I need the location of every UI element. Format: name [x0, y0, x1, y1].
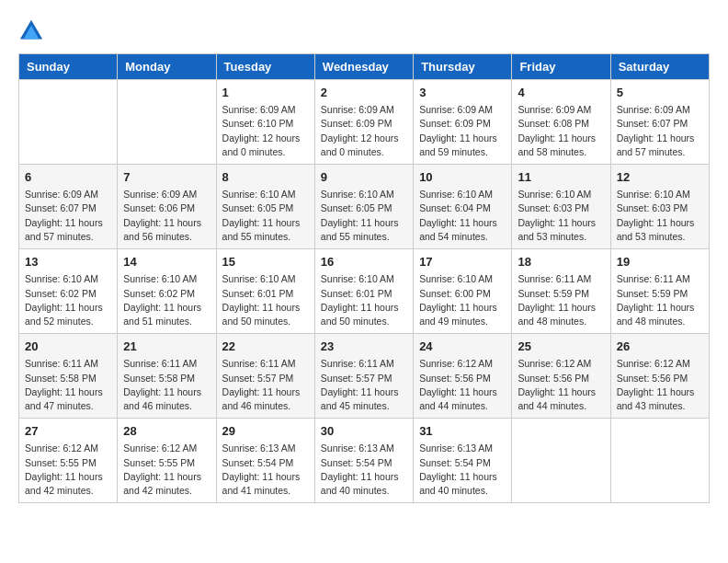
day-number: 29 — [222, 423, 309, 440]
calendar-cell: 19Sunrise: 6:11 AMSunset: 5:59 PMDayligh… — [610, 249, 709, 334]
day-info: Sunrise: 6:10 AMSunset: 6:01 PMDaylight:… — [222, 272, 309, 328]
weekday-header-sunday: Sunday — [19, 54, 118, 80]
day-number: 13 — [25, 254, 111, 270]
calendar-cell: 31Sunrise: 6:13 AMSunset: 5:54 PMDayligh… — [414, 419, 512, 503]
calendar-cell — [118, 80, 216, 165]
calendar-cell: 11Sunrise: 6:10 AMSunset: 6:03 PMDayligh… — [512, 165, 610, 249]
day-number: 3 — [419, 85, 506, 101]
week-row-4: 27Sunrise: 6:12 AMSunset: 5:55 PMDayligh… — [19, 419, 710, 503]
weekday-header-tuesday: Tuesday — [216, 54, 314, 80]
calendar-cell: 3Sunrise: 6:09 AMSunset: 6:09 PMDaylight… — [414, 80, 512, 165]
day-info: Sunrise: 6:12 AMSunset: 5:55 PMDaylight:… — [25, 442, 111, 498]
calendar-cell: 16Sunrise: 6:10 AMSunset: 6:01 PMDayligh… — [314, 249, 413, 334]
day-info: Sunrise: 6:10 AMSunset: 6:04 PMDaylight:… — [419, 188, 506, 244]
calendar-cell: 14Sunrise: 6:10 AMSunset: 6:02 PMDayligh… — [118, 249, 216, 334]
day-number: 28 — [123, 423, 210, 440]
day-info: Sunrise: 6:09 AMSunset: 6:08 PMDaylight:… — [518, 103, 604, 159]
week-row-2: 13Sunrise: 6:10 AMSunset: 6:02 PMDayligh… — [19, 249, 710, 334]
day-info: Sunrise: 6:09 AMSunset: 6:09 PMDaylight:… — [419, 103, 506, 159]
day-number: 8 — [222, 169, 309, 186]
day-info: Sunrise: 6:11 AMSunset: 5:57 PMDaylight:… — [321, 357, 407, 413]
calendar-cell: 21Sunrise: 6:11 AMSunset: 5:58 PMDayligh… — [118, 334, 216, 419]
day-info: Sunrise: 6:10 AMSunset: 6:03 PMDaylight:… — [518, 188, 604, 244]
day-info: Sunrise: 6:09 AMSunset: 6:09 PMDaylight:… — [321, 103, 407, 159]
weekday-header-thursday: Thursday — [414, 54, 512, 80]
day-info: Sunrise: 6:10 AMSunset: 6:03 PMDaylight:… — [617, 188, 703, 244]
calendar-cell: 15Sunrise: 6:10 AMSunset: 6:01 PMDayligh… — [216, 249, 314, 334]
logo-icon — [18, 18, 44, 44]
calendar-cell: 28Sunrise: 6:12 AMSunset: 5:55 PMDayligh… — [118, 419, 216, 503]
calendar-cell: 23Sunrise: 6:11 AMSunset: 5:57 PMDayligh… — [314, 334, 413, 419]
day-info: Sunrise: 6:13 AMSunset: 5:54 PMDaylight:… — [321, 442, 407, 498]
day-number: 16 — [321, 254, 407, 270]
day-number: 2 — [321, 85, 407, 101]
day-info: Sunrise: 6:11 AMSunset: 5:58 PMDaylight:… — [25, 357, 111, 413]
day-info: Sunrise: 6:11 AMSunset: 5:59 PMDaylight:… — [617, 272, 703, 328]
day-number: 31 — [419, 423, 506, 440]
day-info: Sunrise: 6:11 AMSunset: 5:57 PMDaylight:… — [222, 357, 309, 413]
calendar-cell: 10Sunrise: 6:10 AMSunset: 6:04 PMDayligh… — [414, 165, 512, 249]
day-info: Sunrise: 6:09 AMSunset: 6:07 PMDaylight:… — [617, 103, 703, 159]
calendar-cell: 18Sunrise: 6:11 AMSunset: 5:59 PMDayligh… — [512, 249, 610, 334]
calendar-cell: 20Sunrise: 6:11 AMSunset: 5:58 PMDayligh… — [19, 334, 118, 419]
day-info: Sunrise: 6:10 AMSunset: 6:00 PMDaylight:… — [419, 272, 506, 328]
day-number: 18 — [518, 254, 604, 270]
day-number: 6 — [25, 169, 111, 186]
day-info: Sunrise: 6:12 AMSunset: 5:56 PMDaylight:… — [518, 357, 604, 413]
calendar-cell — [19, 80, 118, 165]
day-number: 26 — [617, 339, 703, 355]
day-number: 17 — [419, 254, 506, 270]
week-row-1: 6Sunrise: 6:09 AMSunset: 6:07 PMDaylight… — [19, 165, 710, 249]
calendar-cell: 26Sunrise: 6:12 AMSunset: 5:56 PMDayligh… — [610, 334, 709, 419]
weekday-header-saturday: Saturday — [610, 54, 709, 80]
calendar-cell — [512, 419, 610, 503]
day-info: Sunrise: 6:11 AMSunset: 5:59 PMDaylight:… — [518, 272, 604, 328]
page-header — [18, 18, 710, 44]
day-number: 27 — [25, 423, 111, 440]
day-number: 24 — [419, 339, 506, 355]
day-info: Sunrise: 6:10 AMSunset: 6:02 PMDaylight:… — [123, 272, 210, 328]
day-number: 30 — [321, 423, 407, 440]
calendar-cell: 6Sunrise: 6:09 AMSunset: 6:07 PMDaylight… — [19, 165, 118, 249]
day-info: Sunrise: 6:13 AMSunset: 5:54 PMDaylight:… — [222, 442, 309, 498]
calendar-cell: 30Sunrise: 6:13 AMSunset: 5:54 PMDayligh… — [314, 419, 413, 503]
calendar-cell: 9Sunrise: 6:10 AMSunset: 6:05 PMDaylight… — [314, 165, 413, 249]
day-number: 21 — [123, 339, 210, 355]
day-info: Sunrise: 6:10 AMSunset: 6:01 PMDaylight:… — [321, 272, 407, 328]
calendar-cell: 13Sunrise: 6:10 AMSunset: 6:02 PMDayligh… — [19, 249, 118, 334]
calendar-cell: 2Sunrise: 6:09 AMSunset: 6:09 PMDaylight… — [314, 80, 413, 165]
day-info: Sunrise: 6:09 AMSunset: 6:07 PMDaylight:… — [25, 188, 111, 244]
calendar-cell: 12Sunrise: 6:10 AMSunset: 6:03 PMDayligh… — [610, 165, 709, 249]
day-number: 7 — [123, 169, 210, 186]
calendar-cell: 25Sunrise: 6:12 AMSunset: 5:56 PMDayligh… — [512, 334, 610, 419]
day-info: Sunrise: 6:09 AMSunset: 6:10 PMDaylight:… — [222, 103, 309, 159]
calendar-cell: 7Sunrise: 6:09 AMSunset: 6:06 PMDaylight… — [118, 165, 216, 249]
logo — [18, 18, 48, 44]
weekday-header-wednesday: Wednesday — [314, 54, 413, 80]
weekday-header-row: SundayMondayTuesdayWednesdayThursdayFrid… — [19, 54, 710, 80]
day-info: Sunrise: 6:12 AMSunset: 5:55 PMDaylight:… — [123, 442, 210, 498]
day-number: 15 — [222, 254, 309, 270]
day-info: Sunrise: 6:12 AMSunset: 5:56 PMDaylight:… — [419, 357, 506, 413]
calendar-cell: 8Sunrise: 6:10 AMSunset: 6:05 PMDaylight… — [216, 165, 314, 249]
day-number: 1 — [222, 85, 309, 101]
day-info: Sunrise: 6:10 AMSunset: 6:05 PMDaylight:… — [222, 188, 309, 244]
weekday-header-friday: Friday — [512, 54, 610, 80]
week-row-0: 1Sunrise: 6:09 AMSunset: 6:10 PMDaylight… — [19, 80, 710, 165]
day-info: Sunrise: 6:11 AMSunset: 5:58 PMDaylight:… — [123, 357, 210, 413]
day-number: 12 — [617, 169, 703, 186]
day-info: Sunrise: 6:10 AMSunset: 6:05 PMDaylight:… — [321, 188, 407, 244]
day-number: 11 — [518, 169, 604, 186]
day-info: Sunrise: 6:13 AMSunset: 5:54 PMDaylight:… — [419, 442, 506, 498]
day-info: Sunrise: 6:10 AMSunset: 6:02 PMDaylight:… — [25, 272, 111, 328]
calendar-cell: 5Sunrise: 6:09 AMSunset: 6:07 PMDaylight… — [610, 80, 709, 165]
day-number: 9 — [321, 169, 407, 186]
day-number: 5 — [617, 85, 703, 101]
day-number: 22 — [222, 339, 309, 355]
day-number: 14 — [123, 254, 210, 270]
calendar-cell: 1Sunrise: 6:09 AMSunset: 6:10 PMDaylight… — [216, 80, 314, 165]
calendar-cell: 29Sunrise: 6:13 AMSunset: 5:54 PMDayligh… — [216, 419, 314, 503]
week-row-3: 20Sunrise: 6:11 AMSunset: 5:58 PMDayligh… — [19, 334, 710, 419]
day-number: 4 — [518, 85, 604, 101]
calendar-table: SundayMondayTuesdayWednesdayThursdayFrid… — [18, 53, 710, 503]
